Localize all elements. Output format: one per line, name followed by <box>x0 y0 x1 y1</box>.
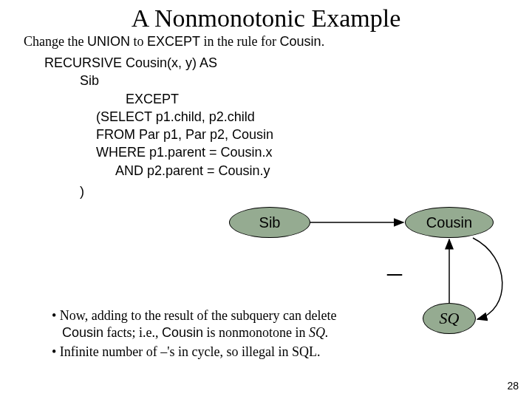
subtitle-part: Cousin. <box>280 34 325 49</box>
subtitle: Change the UNION to EXCEPT in the rule f… <box>24 34 532 50</box>
bullet-text: SQ. <box>309 325 329 340</box>
bullet-list: Now, adding to the result of the subquer… <box>22 307 377 364</box>
bullet-text: Now, adding to the result of the subquer… <box>60 308 337 323</box>
code-line: EXCEPT <box>44 90 532 108</box>
bullet-item: Now, adding to the result of the subquer… <box>52 307 377 341</box>
node-cousin: Cousin <box>405 207 494 238</box>
code-line: RECURSIVE Cousin(x, y) AS <box>44 54 532 72</box>
node-sib: Sib <box>229 207 310 238</box>
bullet-text: Cousin <box>62 325 103 340</box>
subtitle-part: in the rule for <box>200 34 279 49</box>
code-line: FROM Par p1, Par p2, Cousin <box>44 126 532 143</box>
code-line: Sib <box>44 72 532 89</box>
node-sq: SQ <box>423 303 476 334</box>
bullet-text: facts; i.e., <box>103 325 162 340</box>
code-line: ) <box>44 183 532 200</box>
bullet-item: Infinite number of –'s in cycle, so ille… <box>52 344 377 361</box>
subtitle-part: EXCEPT <box>147 34 200 49</box>
bullet-text: Cousin <box>162 325 203 340</box>
page-number: 28 <box>507 380 519 392</box>
bullet-text: is nonmonotone in <box>203 325 309 340</box>
code-line: WHERE p1.parent = Cousin.x <box>44 143 532 161</box>
code-line: AND p2.parent = Cousin.y <box>44 162 532 180</box>
slide-title: A Nonmonotonic Example <box>0 4 532 33</box>
subtitle-part: Change the <box>24 34 87 49</box>
minus-label: – <box>387 254 402 289</box>
subtitle-part: UNION <box>87 34 130 49</box>
code-line: (SELECT p1.child, p2.child <box>44 108 532 126</box>
code-block: RECURSIVE Cousin(x, y) AS Sib EXCEPT (SE… <box>44 54 532 200</box>
subtitle-part: to <box>130 34 147 49</box>
